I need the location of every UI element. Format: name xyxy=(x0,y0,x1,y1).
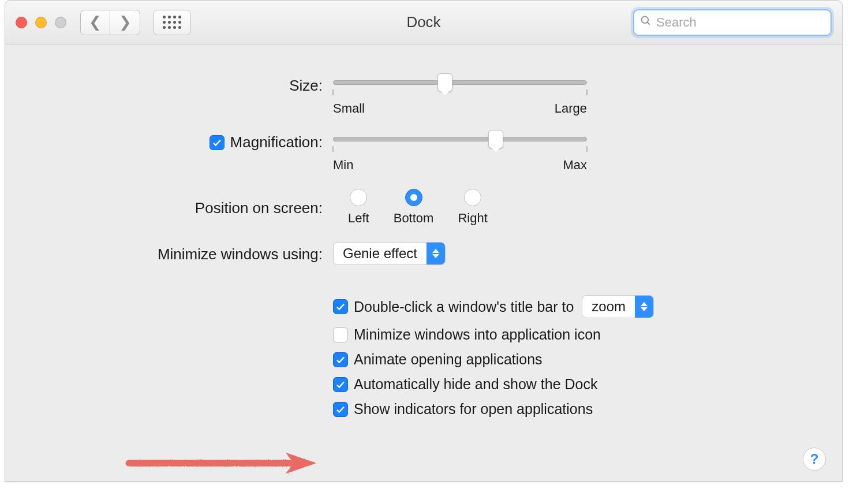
minimize-window-button[interactable] xyxy=(35,17,47,28)
show-indicators-line: Show indicators for open applications xyxy=(333,401,654,418)
close-window-button[interactable] xyxy=(16,17,27,28)
magnification-slider-container: Min Max xyxy=(333,132,587,173)
size-label: Size: xyxy=(5,76,333,95)
nav-buttons: ❮ ❯ xyxy=(80,10,140,35)
chevron-right-icon: ❯ xyxy=(119,13,132,31)
magnification-slider[interactable] xyxy=(333,132,587,146)
window-controls xyxy=(16,17,66,28)
animate-opening-label: Animate opening applications xyxy=(354,351,542,368)
magnification-min-label: Min xyxy=(333,158,353,173)
slider-track xyxy=(333,80,587,85)
size-min-label: Small xyxy=(333,101,365,116)
show-all-button[interactable] xyxy=(153,10,191,35)
position-radio-group: Left Bottom Right xyxy=(333,189,488,226)
autohide-checkbox[interactable] xyxy=(333,377,348,392)
autohide-label: Automatically hide and show the Dock xyxy=(354,376,597,393)
toolbar: ❮ ❯ Dock xyxy=(5,1,842,44)
check-icon xyxy=(335,404,346,415)
check-icon xyxy=(335,301,346,312)
position-right-item: Right xyxy=(458,189,487,226)
show-indicators-label: Show indicators for open applications xyxy=(354,401,593,418)
magnification-label-group: Magnification: xyxy=(5,132,333,151)
check-icon xyxy=(335,355,346,365)
options-row: Double-click a window's title bar to zoo… xyxy=(5,295,842,426)
titlebar-action-value: zoom xyxy=(582,296,635,318)
minimize-into-icon-checkbox[interactable] xyxy=(333,327,348,342)
magnification-checkbox[interactable] xyxy=(209,135,225,150)
minimize-into-icon-label: Minimize windows into application icon xyxy=(354,326,601,343)
autohide-line: Automatically hide and show the Dock xyxy=(333,376,654,393)
content-area: Size: Small Large xyxy=(5,44,842,481)
minimize-using-label: Minimize windows using: xyxy=(5,244,333,263)
minimize-using-value: Genie effect xyxy=(334,243,426,264)
titlebar-action-select[interactable]: zoom xyxy=(582,295,654,318)
position-left-item: Left xyxy=(348,189,369,226)
slider-track xyxy=(333,137,587,141)
size-row: Size: Small Large xyxy=(5,76,842,116)
minimize-using-row: Minimize windows using: Genie effect xyxy=(5,242,842,265)
magnification-row: Magnification: Min Max xyxy=(5,132,842,173)
search-field-container[interactable] xyxy=(633,9,832,36)
size-slider-container: Small Large xyxy=(333,76,587,116)
position-row: Position on screen: Left Bottom Right xyxy=(5,189,842,226)
svg-line-1 xyxy=(648,22,650,24)
svg-marker-3 xyxy=(286,453,316,474)
position-bottom-item: Bottom xyxy=(394,189,434,226)
magnification-label: Magnification: xyxy=(230,133,323,151)
magnification-max-label: Max xyxy=(563,158,587,173)
position-right-radio[interactable] xyxy=(464,189,481,206)
help-button[interactable]: ? xyxy=(803,448,826,471)
position-bottom-label: Bottom xyxy=(394,211,434,226)
dock-preferences-window: ❮ ❯ Dock Size: xyxy=(5,0,843,482)
grid-icon xyxy=(163,16,181,29)
check-icon xyxy=(212,137,222,148)
svg-point-0 xyxy=(642,16,649,23)
minimize-using-control: Genie effect xyxy=(333,242,446,265)
double-click-titlebar-checkbox[interactable] xyxy=(333,299,348,314)
animate-opening-line: Animate opening applications xyxy=(333,351,654,368)
forward-button[interactable]: ❯ xyxy=(110,10,140,35)
chevron-left-icon: ❮ xyxy=(89,13,102,31)
position-right-label: Right xyxy=(458,211,487,226)
options-list: Double-click a window's title bar to zoo… xyxy=(333,295,654,426)
minimize-into-icon-line: Minimize windows into application icon xyxy=(333,326,654,343)
double-click-titlebar-label: Double-click a window's title bar to xyxy=(354,299,574,315)
position-left-radio[interactable] xyxy=(350,189,367,206)
size-max-label: Large xyxy=(555,101,587,116)
position-label: Position on screen: xyxy=(5,198,333,217)
minimize-using-select[interactable]: Genie effect xyxy=(333,242,446,265)
help-icon: ? xyxy=(810,451,819,467)
search-icon xyxy=(640,15,652,30)
select-stepper-icon xyxy=(426,243,445,264)
show-indicators-checkbox[interactable] xyxy=(333,402,348,417)
double-click-titlebar-line: Double-click a window's title bar to zoo… xyxy=(333,295,654,318)
select-stepper-icon xyxy=(635,296,653,318)
annotation-arrow-icon xyxy=(107,449,338,478)
position-left-label: Left xyxy=(348,211,369,226)
position-bottom-radio[interactable] xyxy=(405,189,422,206)
zoom-window-button xyxy=(55,17,66,28)
animate-opening-checkbox[interactable] xyxy=(333,352,348,367)
size-slider[interactable] xyxy=(333,76,587,90)
search-input[interactable] xyxy=(656,15,825,30)
window-title: Dock xyxy=(406,13,440,31)
back-button[interactable]: ❮ xyxy=(80,10,110,35)
check-icon xyxy=(335,379,346,390)
